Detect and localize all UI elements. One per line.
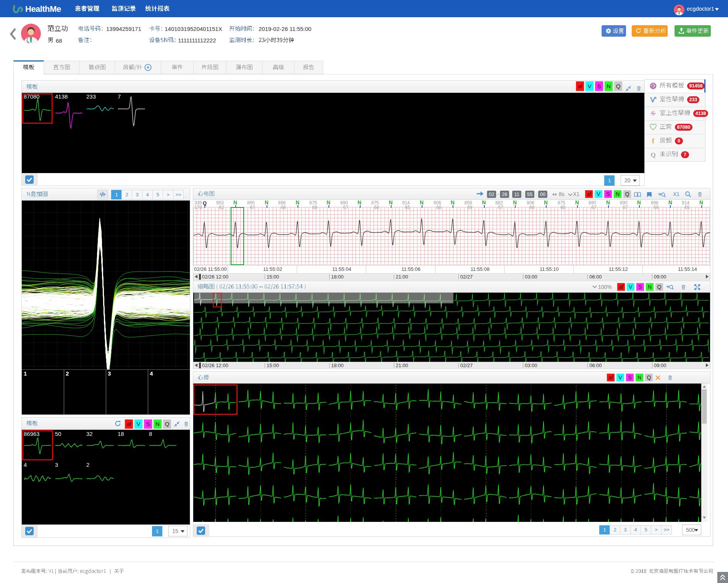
svg-text:Q: Q — [650, 151, 655, 159]
svg-text:f: f — [652, 137, 655, 145]
